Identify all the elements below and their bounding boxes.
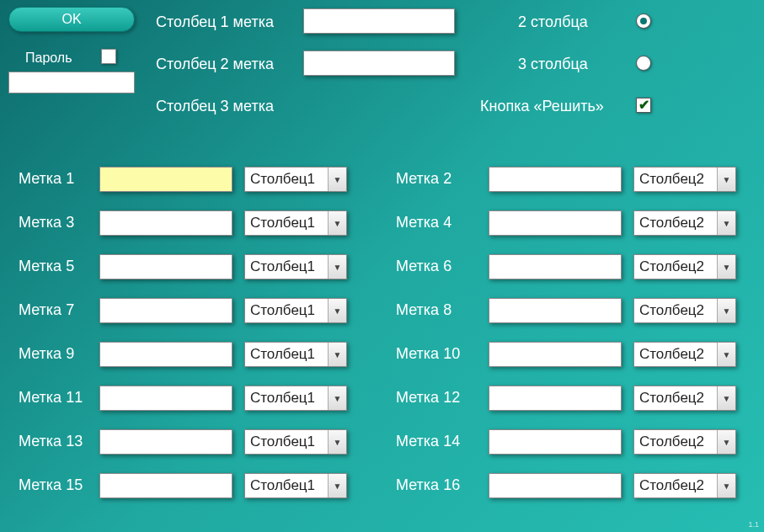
row-label-2: Метка 2 bbox=[396, 170, 472, 188]
row-select-text-5: Столбец1 bbox=[245, 258, 328, 275]
chevron-down-icon[interactable]: ▼ bbox=[328, 430, 346, 454]
row-label-14: Метка 14 bbox=[396, 433, 472, 450]
row-input-3[interactable] bbox=[99, 210, 232, 236]
password-checkbox[interactable] bbox=[101, 49, 116, 64]
row-label-11: Метка 11 bbox=[19, 389, 94, 407]
row-input-4[interactable] bbox=[489, 210, 622, 236]
row-input-11[interactable] bbox=[99, 386, 232, 411]
row-label-4: Метка 4 bbox=[396, 214, 472, 231]
row-label-8: Метка 8 bbox=[396, 301, 472, 319]
three-columns-label: 3 столбца bbox=[518, 56, 588, 73]
row-select-7[interactable]: Столбец1▼ bbox=[244, 298, 347, 323]
row-select-text-10: Столбец2 bbox=[634, 346, 717, 363]
three-columns-radio[interactable] bbox=[636, 56, 651, 71]
row-input-14[interactable] bbox=[489, 429, 622, 455]
ok-button[interactable]: OK bbox=[8, 7, 135, 32]
row-input-9[interactable] bbox=[99, 342, 232, 367]
row-label-15: Метка 15 bbox=[19, 476, 94, 494]
row-input-1[interactable] bbox=[99, 167, 232, 192]
row-input-2[interactable] bbox=[489, 167, 622, 192]
chevron-down-icon[interactable]: ▼ bbox=[717, 168, 735, 191]
row-label-13: Метка 13 bbox=[19, 433, 94, 450]
row-select-8[interactable]: Столбец2▼ bbox=[633, 298, 736, 323]
row-select-text-9: Столбец1 bbox=[245, 346, 328, 363]
column1-input[interactable] bbox=[303, 8, 455, 34]
chevron-down-icon[interactable]: ▼ bbox=[328, 343, 346, 366]
row-input-16[interactable] bbox=[489, 473, 622, 498]
chevron-down-icon[interactable]: ▼ bbox=[328, 168, 346, 191]
solve-button-label: Кнопка «Решить» bbox=[480, 98, 604, 115]
password-input[interactable] bbox=[8, 72, 135, 93]
chevron-down-icon[interactable]: ▼ bbox=[717, 211, 735, 235]
row-select-text-7: Столбец1 bbox=[245, 302, 328, 319]
chevron-down-icon[interactable]: ▼ bbox=[717, 343, 735, 366]
row-select-text-4: Столбец2 bbox=[634, 215, 717, 231]
password-label: Пароль bbox=[25, 51, 72, 66]
row-select-15[interactable]: Столбец1▼ bbox=[244, 473, 347, 498]
row-select-12[interactable]: Столбец2▼ bbox=[633, 386, 736, 411]
row-select-text-6: Столбец2 bbox=[634, 258, 717, 275]
row-select-16[interactable]: Столбец2▼ bbox=[633, 473, 736, 498]
version-label: 1.1 bbox=[748, 520, 759, 529]
two-columns-label: 2 столбца bbox=[518, 13, 588, 31]
column1-label: Столбец 1 метка bbox=[156, 13, 291, 31]
row-select-1[interactable]: Столбец1▼ bbox=[244, 167, 347, 192]
row-select-9[interactable]: Столбец1▼ bbox=[244, 342, 347, 367]
row-input-5[interactable] bbox=[99, 254, 232, 279]
row-label-3: Метка 3 bbox=[19, 214, 94, 231]
solve-button-checkbox[interactable]: ✔ bbox=[636, 98, 651, 113]
chevron-down-icon[interactable]: ▼ bbox=[717, 386, 735, 410]
row-label-1: Метка 1 bbox=[19, 170, 94, 188]
row-label-6: Метка 6 bbox=[396, 258, 472, 275]
chevron-down-icon[interactable]: ▼ bbox=[717, 299, 735, 322]
row-select-11[interactable]: Столбец1▼ bbox=[244, 386, 347, 411]
chevron-down-icon[interactable]: ▼ bbox=[717, 474, 735, 497]
row-label-9: Метка 9 bbox=[19, 345, 94, 363]
row-label-7: Метка 7 bbox=[19, 301, 94, 319]
row-select-text-1: Столбец1 bbox=[245, 171, 328, 188]
row-select-13[interactable]: Столбец1▼ bbox=[244, 429, 347, 455]
row-select-text-16: Столбец2 bbox=[634, 477, 717, 494]
row-input-8[interactable] bbox=[489, 298, 622, 323]
two-columns-radio[interactable] bbox=[636, 13, 651, 29]
chevron-down-icon[interactable]: ▼ bbox=[717, 255, 735, 279]
row-input-12[interactable] bbox=[489, 386, 622, 411]
chevron-down-icon[interactable]: ▼ bbox=[328, 474, 346, 497]
row-label-12: Метка 12 bbox=[396, 389, 472, 407]
row-input-10[interactable] bbox=[489, 342, 622, 367]
chevron-down-icon[interactable]: ▼ bbox=[328, 299, 346, 322]
chevron-down-icon[interactable]: ▼ bbox=[328, 211, 346, 235]
row-select-text-13: Столбец1 bbox=[245, 434, 328, 450]
row-input-15[interactable] bbox=[99, 473, 232, 498]
row-select-text-11: Столбец1 bbox=[245, 390, 328, 407]
row-select-14[interactable]: Столбец2▼ bbox=[633, 429, 736, 455]
chevron-down-icon[interactable]: ▼ bbox=[328, 255, 346, 279]
row-select-text-8: Столбец2 bbox=[634, 302, 717, 319]
column2-label: Столбец 2 метка bbox=[156, 56, 291, 73]
row-select-4[interactable]: Столбец2▼ bbox=[633, 210, 736, 236]
row-select-5[interactable]: Столбец1▼ bbox=[244, 254, 347, 279]
row-select-6[interactable]: Столбец2▼ bbox=[633, 254, 736, 279]
row-select-10[interactable]: Столбец2▼ bbox=[633, 342, 736, 367]
column3-label: Столбец 3 метка bbox=[156, 98, 291, 115]
column2-input[interactable] bbox=[303, 51, 455, 76]
row-label-10: Метка 10 bbox=[396, 345, 472, 363]
chevron-down-icon[interactable]: ▼ bbox=[328, 386, 346, 410]
row-input-6[interactable] bbox=[489, 254, 622, 279]
chevron-down-icon[interactable]: ▼ bbox=[717, 430, 735, 454]
row-select-text-2: Столбец2 bbox=[634, 171, 717, 188]
row-select-text-15: Столбец1 bbox=[245, 477, 328, 494]
row-label-5: Метка 5 bbox=[19, 258, 94, 275]
row-select-text-3: Столбец1 bbox=[245, 215, 328, 231]
row-select-text-12: Столбец2 bbox=[634, 390, 717, 407]
row-select-text-14: Столбец2 bbox=[634, 434, 717, 450]
row-select-2[interactable]: Столбец2▼ bbox=[633, 167, 736, 192]
row-input-13[interactable] bbox=[99, 429, 232, 455]
row-label-16: Метка 16 bbox=[396, 476, 472, 494]
row-select-3[interactable]: Столбец1▼ bbox=[244, 210, 347, 236]
row-input-7[interactable] bbox=[99, 298, 232, 323]
